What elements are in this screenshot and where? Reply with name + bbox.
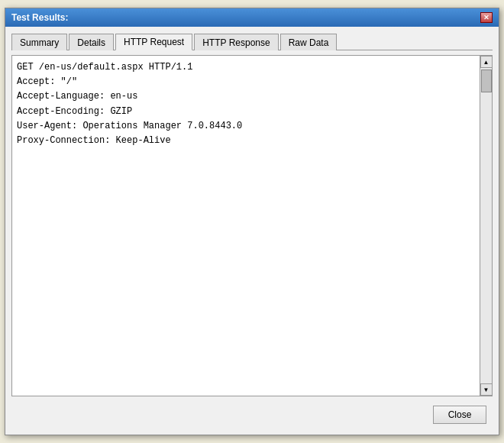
content-area: GET /en-us/default.aspx HTTP/1.1 Accept:…: [11, 55, 493, 396]
scroll-track: [480, 68, 492, 383]
scroll-thumb[interactable]: [481, 70, 492, 92]
tab-http-request[interactable]: HTTP Request: [115, 34, 192, 50]
tab-details[interactable]: Details: [69, 34, 114, 50]
scroll-up-button[interactable]: ▲: [480, 56, 493, 68]
scroll-down-button[interactable]: ▼: [480, 383, 493, 396]
test-results-dialog: Test Results: ✕ Summary Details HTTP Req…: [5, 8, 499, 435]
tab-bar: Summary Details HTTP Request HTTP Respon…: [11, 33, 493, 50]
tab-raw-data[interactable]: Raw Data: [280, 34, 338, 50]
tab-http-response[interactable]: HTTP Response: [194, 34, 278, 50]
close-button[interactable]: Close: [433, 406, 486, 424]
tab-summary[interactable]: Summary: [11, 34, 67, 50]
http-request-content: GET /en-us/default.aspx HTTP/1.1 Accept:…: [17, 60, 487, 148]
dialog-content: Summary Details HTTP Request HTTP Respon…: [5, 27, 499, 435]
title-bar: Test Results: ✕: [5, 8, 499, 27]
title-bar-buttons: ✕: [480, 12, 493, 23]
close-window-button[interactable]: ✕: [480, 12, 493, 23]
dialog-title: Test Results:: [11, 12, 68, 23]
vertical-scrollbar: ▲ ▼: [480, 56, 492, 396]
bottom-bar: Close: [11, 401, 493, 428]
